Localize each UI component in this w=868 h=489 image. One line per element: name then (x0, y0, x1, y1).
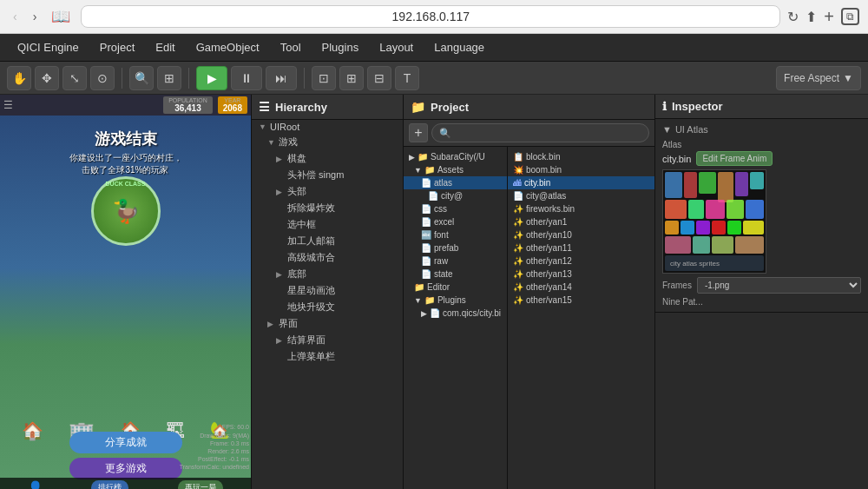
more-games-btn[interactable]: 更多游戏 (69, 458, 182, 479)
file-city-atlas[interactable]: 📄 city@atlas (508, 189, 654, 202)
frames-dropdown[interactable]: -1.png (697, 277, 861, 294)
tree-item-settlement[interactable]: ▶ 结算界面 (252, 332, 403, 348)
project-tree-prefab[interactable]: 📄 prefab (404, 241, 507, 254)
tree-item-uiroot[interactable]: ▼ UIRoot (252, 120, 403, 134)
project-tree-com-qics[interactable]: ▶ 📄 com.qics/city.bi (404, 307, 507, 320)
menu-qici-engine[interactable]: QICI Engine (7, 36, 89, 59)
project-tree-atlas[interactable]: 📄 atlas (404, 176, 507, 189)
yan14-label: other/yan14 (526, 282, 572, 292)
tree-item-city-upgrade[interactable]: 高级城市合 (252, 249, 403, 266)
file-yan14[interactable]: ✨ other/yan14 (508, 281, 654, 294)
tree-item-game[interactable]: ▼ 游戏 (252, 134, 403, 150)
svg-rect-5 (735, 172, 748, 196)
file-yan13[interactable]: ✨ other/yan13 (508, 268, 654, 281)
menu-language[interactable]: Language (424, 36, 495, 59)
city-bin-label: city.bin (524, 178, 550, 188)
fireworks-bin-icon: ✨ (513, 204, 523, 214)
file-city-bin[interactable]: 🏙 city.bin (508, 176, 654, 189)
move-tool-btn[interactable]: ✥ (35, 66, 59, 90)
url-bar[interactable]: 192.168.0.117 (81, 5, 780, 28)
tree-item-head-comp[interactable]: 头补偿 singm (252, 167, 403, 183)
project-tree-excel[interactable]: 📄 excel (404, 215, 507, 228)
project-add-btn[interactable]: + (409, 123, 428, 142)
leaderboard-btn[interactable]: 排行榜 (91, 480, 128, 490)
css-file-icon: 📄 (421, 204, 431, 214)
tree-item-head[interactable]: ▶ 头部 (252, 183, 403, 200)
grid-tool-btn[interactable]: ⊞ (157, 66, 181, 90)
scale-tool-btn[interactable]: ⤡ (62, 66, 87, 90)
file-boom-bin[interactable]: 💥 boom.bin (508, 163, 654, 176)
duck-badge: 🦆 DUCK CLASS (91, 176, 161, 246)
project-tree-plugins[interactable]: ▼ 📁 Plugins (404, 294, 507, 307)
project-tree-raw[interactable]: 📄 raw (404, 254, 507, 268)
text-tool-btn[interactable]: T (395, 66, 419, 90)
tree-item-stars[interactable]: 星星动画池 (252, 282, 403, 299)
state-file-label: state (434, 269, 453, 279)
project-tree-font[interactable]: 🔤 font (404, 228, 507, 241)
file-yan1[interactable]: ✨ other/yan1 (508, 215, 654, 228)
file-yan11[interactable]: ✨ other/yan11 (508, 241, 654, 254)
tree-item-select[interactable]: 选中框 (252, 216, 403, 233)
tree-item-bottom[interactable]: ▶ 底部 (252, 266, 403, 282)
file-fireworks-bin[interactable]: ✨ fireworks.bin (508, 202, 654, 215)
share-achievement-btn[interactable]: 分享成就 (69, 432, 182, 453)
atlas-file-label: atlas (434, 178, 452, 188)
menu-tool[interactable]: Tool (270, 36, 312, 59)
city-bin-icon: 🏙 (513, 178, 522, 188)
tree-item-demolish[interactable]: 拆除爆炸效 (252, 200, 403, 216)
tree-item-worker[interactable]: 加工人邮箱 (252, 233, 403, 249)
file-yan12[interactable]: ✨ other/yan12 (508, 254, 654, 268)
svg-rect-16 (727, 221, 741, 235)
menu-project[interactable]: Project (89, 36, 145, 59)
project-search-input[interactable] (431, 123, 649, 142)
zoom-tool-btn[interactable]: 🔍 (129, 66, 154, 90)
browser-chrome: ‹ › 📖 192.168.0.117 ↻ ⬆ + ⧉ (0, 0, 868, 34)
project-tree-editor[interactable]: 📁 Editor (404, 281, 507, 294)
project-tree-state[interactable]: 📄 state (404, 268, 507, 281)
edit-frame-anim-btn[interactable]: Edit Frame Anim (696, 151, 773, 166)
tree-label-head: 头部 (287, 185, 306, 198)
browser-back-btn[interactable]: ‹ (9, 8, 22, 25)
tree-item-tile-upgrade[interactable]: 地块升级文 (252, 299, 403, 315)
block-bin-label: block.bin (526, 152, 560, 162)
widget2-btn[interactable]: ⊞ (339, 66, 364, 90)
file-block-bin[interactable]: 📋 block.bin (508, 150, 654, 163)
tree-arrow-bottom: ▶ (276, 270, 285, 279)
browser-reload-btn[interactable]: ↻ (787, 9, 799, 25)
project-tree-assets[interactable]: ▼ 📁 Assets (404, 163, 507, 176)
play-btn[interactable]: ▶ (196, 66, 227, 90)
subara-arrow-icon: ▶ (409, 153, 415, 162)
inspector-header: ℹ Inspector (655, 95, 868, 119)
browser-add-tab-icon: + (824, 7, 834, 27)
pivot-tool-btn[interactable]: ⊙ (90, 66, 115, 90)
yan1-label: other/yan1 (526, 217, 567, 227)
project-tree-css[interactable]: 📄 css (404, 202, 507, 215)
project-icon: 📁 (411, 100, 425, 114)
file-van15[interactable]: ✨ other/van15 (508, 294, 654, 307)
browser-forward-btn[interactable]: › (29, 8, 42, 25)
project-tree-city-at[interactable]: 📄 city@ (404, 189, 507, 202)
menu-plugins[interactable]: Plugins (312, 36, 370, 59)
yan10-label: other/yan10 (526, 230, 572, 240)
step-btn[interactable]: ⏭ (266, 66, 297, 90)
hierarchy-header: ☰ Hierarchy (252, 95, 403, 120)
tree-item-popup-menu[interactable]: 上弹菜单栏 (252, 348, 403, 365)
project-tree-subara[interactable]: ▶ 📁 SubaraCity(/U (404, 150, 507, 163)
prefab-file-label: prefab (434, 243, 458, 253)
file-yan10[interactable]: ✨ other/yan10 (508, 228, 654, 241)
van15-icon: ✨ (513, 295, 523, 305)
game-menu-icon[interactable]: ☰ (3, 99, 13, 111)
replay-btn[interactable]: 再玩一局 (178, 480, 223, 490)
free-aspect-dropdown[interactable]: Free Aspect ▼ (776, 66, 861, 90)
menu-layout[interactable]: Layout (369, 36, 424, 59)
tree-item-chessboard[interactable]: ▶ 棋盘 (252, 150, 403, 167)
pause-btn[interactable]: ⏸ (231, 66, 262, 90)
tree-item-ui[interactable]: ▶ 界面 (252, 315, 403, 332)
widget3-btn[interactable]: ⊟ (367, 66, 391, 90)
widget1-btn[interactable]: ⊡ (312, 66, 336, 90)
hand-tool-btn[interactable]: ✋ (7, 66, 31, 90)
inspector-section-header[interactable]: ▼ UI Atlas (662, 124, 861, 135)
menu-edit[interactable]: Edit (145, 36, 185, 59)
menu-gameobject[interactable]: GameObject (186, 36, 270, 59)
yan12-label: other/yan12 (526, 256, 572, 266)
